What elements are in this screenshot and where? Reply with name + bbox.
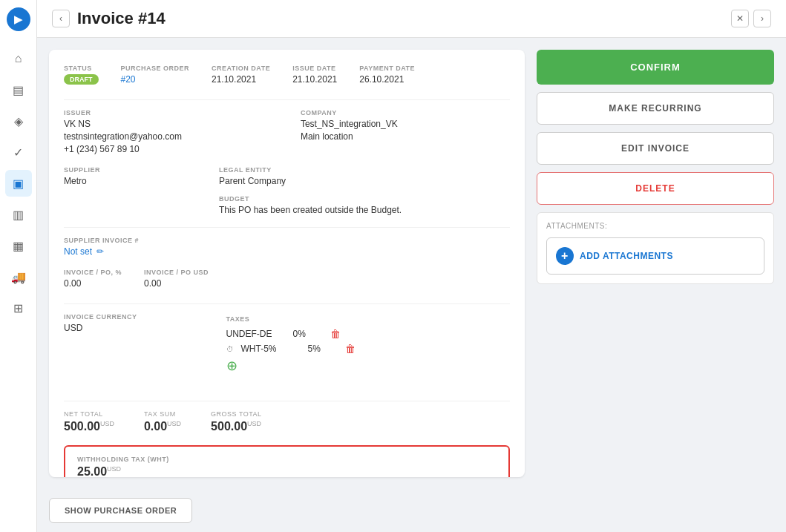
edit-supplier-invoice-icon[interactable]: ✏ [96, 246, 104, 257]
tax-wht-percent: 5% [308, 344, 338, 354]
supplier-invoice-group: SUPPLIER INVOICE # Not set ✏ [64, 237, 510, 257]
make-recurring-button[interactable]: MAKE RECURRING [537, 92, 774, 125]
purchase-order-group: PURCHASE ORDER #20 [121, 65, 190, 85]
invoice-currency-group: INVOICE CURRENCY USD [64, 313, 137, 389]
issue-date-group: ISSUE DATE 21.10.2021 [292, 65, 337, 85]
invoice-currency-label: INVOICE CURRENCY [64, 313, 137, 321]
gross-total-item: GROSS TOTAL 500.00USD [211, 410, 262, 433]
sidebar-item-check[interactable]: ✓ [5, 139, 32, 165]
delete-button[interactable]: DELETE [537, 172, 774, 205]
sidebar-item-receipt[interactable]: ▥ [5, 201, 32, 228]
add-attachments-button[interactable]: + ADD ATTACHMENTS [546, 237, 764, 275]
status-badge: DRAFT [64, 74, 99, 85]
totals-row: NET TOTAL 500.00USD TAX SUM 0.00USD GROS… [64, 401, 510, 433]
confirm-button[interactable]: CONFIRM [537, 50, 774, 85]
invoice-po-percent-value: 0.00 [64, 278, 122, 289]
back-button[interactable]: ‹ [52, 10, 70, 27]
supplier-legal-row: SUPPLIER Metro LEGAL ENTITY Parent Compa… [64, 166, 510, 215]
invoice-po-usd-value: 0.00 [144, 278, 209, 289]
sidebar-item-chart[interactable]: ▦ [5, 232, 32, 259]
tax-sum-value: 0.00USD [144, 420, 181, 433]
status-group: STATUS DRAFT [64, 65, 99, 85]
page-title: Invoice #14 [77, 9, 724, 28]
status-label: STATUS [64, 65, 99, 72]
issue-date-value: 21.10.2021 [292, 74, 337, 85]
supplier-invoice-row: Not set ✏ [64, 246, 510, 257]
close-button[interactable]: ✕ [731, 10, 749, 27]
content-area: STATUS DRAFT PURCHASE ORDER #20 CREATION… [37, 38, 786, 489]
invoice-po-percent-label: INVOICE / PO, % [64, 269, 122, 276]
tax-row-undef: UNDEF-DE 0% 🗑 [226, 328, 356, 340]
tax-wht-delete-icon[interactable]: 🗑 [345, 343, 356, 355]
edit-invoice-button[interactable]: EDIT INVOICE [537, 132, 774, 165]
sidebar-item-documents[interactable]: ▤ [5, 76, 32, 103]
purchase-order-value[interactable]: #20 [121, 74, 190, 85]
show-purchase-order-button[interactable]: SHOW PURCHASE ORDER [49, 498, 192, 523]
main-content: ‹ Invoice #14 ✕ › STATUS DRAFT PURCHASE … [37, 0, 786, 532]
invoice-po-usd-label: INVOICE / PO USD [144, 269, 209, 276]
gross-total-value: 500.00USD [211, 420, 261, 433]
supplier-label: SUPPLIER [64, 166, 100, 174]
taxes-label: TAXES [226, 315, 250, 323]
payment-date-group: PAYMENT DATE 26.10.2021 [359, 65, 415, 85]
budget-value: This PO has been created outside the Bud… [219, 205, 402, 215]
right-panel: CONFIRM MAKE RECURRING EDIT INVOICE DELE… [537, 50, 774, 477]
payment-date-value: 26.10.2021 [359, 74, 415, 85]
sidebar-item-tags[interactable]: ◈ [5, 108, 32, 134]
tax-undef-name: UNDEF-DE [226, 329, 286, 339]
company-group: COMPANY Test_NS_integration_VK Main loca… [301, 109, 398, 154]
invoice-currency-value: USD [64, 323, 137, 333]
creation-date-value: 21.10.2021 [212, 74, 270, 85]
sidebar-item-grid[interactable]: ⊞ [5, 295, 32, 321]
next-button[interactable]: › [753, 10, 771, 27]
add-attachments-icon: + [556, 247, 574, 265]
company-label: COMPANY [301, 109, 398, 116]
payment-date-label: PAYMENT DATE [359, 65, 415, 72]
add-attachments-label: ADD ATTACHMENTS [580, 251, 673, 261]
wht-box: WITHHOLDING TAX (WHT) 25.00USD PAID 0.00… [64, 445, 510, 477]
add-tax-icon[interactable]: ⊕ [226, 358, 238, 374]
invoice-po-percent-group: INVOICE / PO, % 0.00 [64, 269, 122, 289]
add-tax-row: ⊕ [226, 358, 356, 374]
budget-label: BUDGET [219, 195, 402, 203]
invoice-header-row: STATUS DRAFT PURCHASE ORDER #20 CREATION… [64, 65, 510, 85]
supplier-group: SUPPLIER Metro [64, 166, 100, 215]
company-name: Test_NS_integration_VK [301, 119, 398, 129]
net-total-value: 500.00USD [64, 420, 114, 433]
creation-date-label: CREATION DATE [212, 65, 270, 72]
sidebar-item-truck[interactable]: 🚚 [5, 263, 32, 290]
attachments-label: ATTACHMENTS: [546, 222, 764, 230]
tax-row-wht: ⏱ WHT-5% 5% 🗑 [226, 343, 356, 355]
page-footer: SHOW PURCHASE ORDER [37, 489, 786, 532]
tax-sum-item: TAX SUM 0.00USD [144, 410, 181, 433]
net-total-item: NET TOTAL 500.00USD [64, 410, 114, 433]
back-icon: ‹ [59, 13, 62, 24]
supplier-invoice-value[interactable]: Not set [64, 246, 92, 257]
issuer-label: ISSUER [64, 109, 182, 116]
issue-date-label: ISSUE DATE [292, 65, 337, 72]
app-logo[interactable]: ▶ [7, 7, 30, 31]
purchase-order-label: PURCHASE ORDER [121, 65, 190, 72]
header-navigation: ✕ › [731, 10, 771, 27]
tax-undef-delete-icon[interactable]: 🗑 [330, 328, 341, 340]
invoice-card: STATUS DRAFT PURCHASE ORDER #20 CREATION… [49, 50, 525, 477]
issuer-company-row: ISSUER VK NS testnsintegration@yahoo.com… [64, 109, 510, 154]
invoice-po-usd-group: INVOICE / PO USD 0.00 [144, 269, 209, 289]
gross-total-label: GROSS TOTAL [211, 410, 262, 418]
tax-undef-percent: 0% [293, 329, 323, 339]
issuer-email: testnsintegration@yahoo.com [64, 131, 182, 142]
tax-wht-name: WHT-5% [241, 344, 301, 354]
sidebar-item-home[interactable]: ⌂ [5, 45, 32, 72]
attachments-section: ATTACHMENTS: + ADD ATTACHMENTS [537, 212, 774, 284]
sidebar: ▶ ⌂ ▤ ◈ ✓ ▣ ▥ ▦ 🚚 ⊞ [0, 0, 37, 532]
creation-date-group: CREATION DATE 21.10.2021 [212, 65, 270, 85]
legal-entity-value: Parent Company [219, 176, 402, 186]
issuer-name: VK NS [64, 119, 182, 129]
taxes-section: TAXES UNDEF-DE 0% 🗑 ⏱ WHT-5% 5% 🗑 ⊕ [226, 313, 356, 377]
wht-group: WITHHOLDING TAX (WHT) 25.00USD [77, 456, 497, 477]
clock-icon: ⏱ [226, 345, 234, 353]
wht-label: WITHHOLDING TAX (WHT) [77, 456, 497, 463]
issuer-phone: +1 (234) 567 89 10 [64, 144, 182, 154]
budget-group: BUDGET This PO has been created outside … [219, 195, 402, 215]
sidebar-item-invoice[interactable]: ▣ [5, 170, 32, 197]
